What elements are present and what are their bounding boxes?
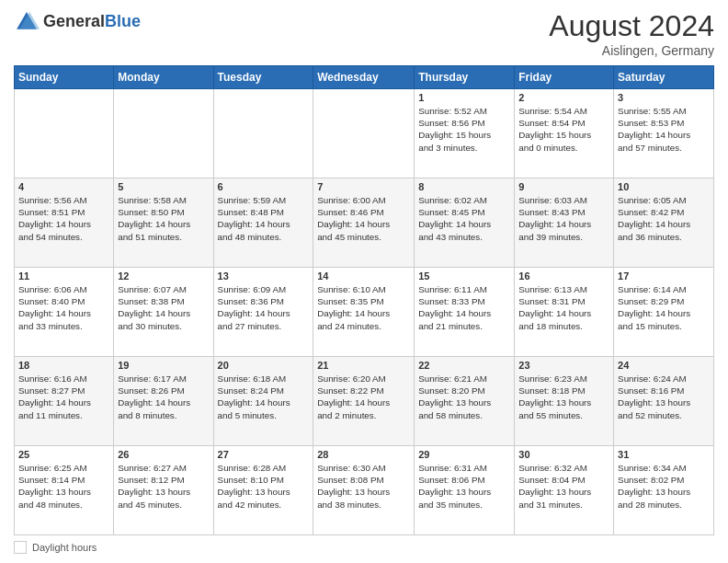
calendar-cell: 8Sunrise: 6:02 AM Sunset: 8:45 PM Daylig… xyxy=(415,178,515,268)
day-info: Sunrise: 6:16 AM Sunset: 8:27 PM Dayligh… xyxy=(18,373,109,421)
day-number: 1 xyxy=(418,92,510,103)
day-number: 31 xyxy=(618,449,710,460)
calendar-cell: 30Sunrise: 6:32 AM Sunset: 8:04 PM Dayli… xyxy=(515,446,614,535)
calendar-cell: 4Sunrise: 5:56 AM Sunset: 8:51 PM Daylig… xyxy=(15,178,114,268)
day-info: Sunrise: 6:32 AM Sunset: 8:04 PM Dayligh… xyxy=(518,462,609,511)
calendar-cell xyxy=(313,89,415,178)
calendar-cell: 28Sunrise: 6:30 AM Sunset: 8:08 PM Dayli… xyxy=(313,446,415,535)
day-info: Sunrise: 5:56 AM Sunset: 8:51 PM Dayligh… xyxy=(18,194,109,243)
week-row-1: 1Sunrise: 5:52 AM Sunset: 8:56 PM Daylig… xyxy=(15,89,714,178)
day-number: 28 xyxy=(317,449,410,460)
day-info: Sunrise: 6:21 AM Sunset: 8:20 PM Dayligh… xyxy=(418,373,510,421)
day-info: Sunrise: 6:27 AM Sunset: 8:12 PM Dayligh… xyxy=(118,462,209,511)
day-number: 27 xyxy=(218,449,310,460)
day-number: 5 xyxy=(118,181,209,192)
day-info: Sunrise: 6:05 AM Sunset: 8:42 PM Dayligh… xyxy=(618,194,710,243)
day-number: 24 xyxy=(618,360,710,371)
day-number: 18 xyxy=(18,360,109,371)
day-number: 9 xyxy=(518,181,609,192)
calendar-cell: 29Sunrise: 6:31 AM Sunset: 8:06 PM Dayli… xyxy=(415,446,515,535)
day-number: 6 xyxy=(218,181,310,192)
calendar-cell: 9Sunrise: 6:03 AM Sunset: 8:43 PM Daylig… xyxy=(515,178,614,268)
day-number: 20 xyxy=(218,360,310,371)
day-number: 19 xyxy=(118,360,209,371)
day-info: Sunrise: 6:09 AM Sunset: 8:36 PM Dayligh… xyxy=(218,283,310,332)
calendar-cell xyxy=(114,89,213,178)
logo-icon xyxy=(14,9,40,35)
day-number: 10 xyxy=(618,181,710,192)
week-row-5: 25Sunrise: 6:25 AM Sunset: 8:14 PM Dayli… xyxy=(15,446,714,535)
calendar-cell: 13Sunrise: 6:09 AM Sunset: 8:36 PM Dayli… xyxy=(213,268,313,357)
col-tuesday: Tuesday xyxy=(213,66,313,89)
col-monday: Monday xyxy=(114,66,213,89)
day-info: Sunrise: 6:18 AM Sunset: 8:24 PM Dayligh… xyxy=(218,373,310,421)
day-info: Sunrise: 6:34 AM Sunset: 8:02 PM Dayligh… xyxy=(618,462,710,511)
footer: Daylight hours xyxy=(14,541,714,554)
day-info: Sunrise: 5:59 AM Sunset: 8:48 PM Dayligh… xyxy=(218,194,310,243)
day-number: 14 xyxy=(317,270,410,282)
calendar-cell xyxy=(15,89,114,178)
calendar-cell: 26Sunrise: 6:27 AM Sunset: 8:12 PM Dayli… xyxy=(114,446,213,535)
logo-text: GeneralBlue xyxy=(43,13,141,31)
day-info: Sunrise: 6:20 AM Sunset: 8:22 PM Dayligh… xyxy=(317,373,410,421)
month-year: August 2024 xyxy=(549,9,714,43)
calendar-cell: 25Sunrise: 6:25 AM Sunset: 8:14 PM Dayli… xyxy=(15,446,114,535)
day-info: Sunrise: 5:55 AM Sunset: 8:53 PM Dayligh… xyxy=(618,105,710,154)
calendar-cell: 17Sunrise: 6:14 AM Sunset: 8:29 PM Dayli… xyxy=(614,268,714,357)
day-number: 4 xyxy=(18,181,109,192)
calendar-cell: 14Sunrise: 6:10 AM Sunset: 8:35 PM Dayli… xyxy=(313,268,415,357)
calendar-cell: 31Sunrise: 6:34 AM Sunset: 8:02 PM Dayli… xyxy=(614,446,714,535)
day-info: Sunrise: 6:14 AM Sunset: 8:29 PM Dayligh… xyxy=(618,283,710,332)
day-info: Sunrise: 6:00 AM Sunset: 8:46 PM Dayligh… xyxy=(317,194,410,243)
day-number: 16 xyxy=(518,270,609,282)
calendar-table: Sunday Monday Tuesday Wednesday Thursday… xyxy=(14,65,714,535)
day-number: 29 xyxy=(418,449,510,460)
calendar-cell: 24Sunrise: 6:24 AM Sunset: 8:16 PM Dayli… xyxy=(614,357,714,446)
calendar-cell: 7Sunrise: 6:00 AM Sunset: 8:46 PM Daylig… xyxy=(313,178,415,268)
day-info: Sunrise: 6:30 AM Sunset: 8:08 PM Dayligh… xyxy=(317,462,410,511)
day-number: 23 xyxy=(518,360,609,371)
day-info: Sunrise: 6:28 AM Sunset: 8:10 PM Dayligh… xyxy=(218,462,310,511)
day-info: Sunrise: 6:11 AM Sunset: 8:33 PM Dayligh… xyxy=(418,283,510,332)
page: GeneralBlue August 2024 Aislingen, Germa… xyxy=(0,0,728,563)
calendar-cell: 18Sunrise: 6:16 AM Sunset: 8:27 PM Dayli… xyxy=(15,357,114,446)
day-info: Sunrise: 6:03 AM Sunset: 8:43 PM Dayligh… xyxy=(518,194,609,243)
col-wednesday: Wednesday xyxy=(313,66,415,89)
day-number: 12 xyxy=(118,270,209,282)
header: GeneralBlue August 2024 Aislingen, Germa… xyxy=(14,9,714,58)
col-friday: Friday xyxy=(515,66,614,89)
calendar-cell: 19Sunrise: 6:17 AM Sunset: 8:26 PM Dayli… xyxy=(114,357,213,446)
calendar-cell: 20Sunrise: 6:18 AM Sunset: 8:24 PM Dayli… xyxy=(213,357,313,446)
day-number: 15 xyxy=(418,270,510,282)
day-number: 21 xyxy=(317,360,410,371)
day-info: Sunrise: 6:13 AM Sunset: 8:31 PM Dayligh… xyxy=(518,283,609,332)
day-number: 17 xyxy=(618,270,710,282)
day-info: Sunrise: 6:31 AM Sunset: 8:06 PM Dayligh… xyxy=(418,462,510,511)
calendar-cell: 23Sunrise: 6:23 AM Sunset: 8:18 PM Dayli… xyxy=(515,357,614,446)
day-number: 26 xyxy=(118,449,209,460)
calendar-cell xyxy=(213,89,313,178)
calendar-cell: 1Sunrise: 5:52 AM Sunset: 8:56 PM Daylig… xyxy=(415,89,515,178)
day-info: Sunrise: 6:24 AM Sunset: 8:16 PM Dayligh… xyxy=(618,373,710,421)
day-info: Sunrise: 6:25 AM Sunset: 8:14 PM Dayligh… xyxy=(18,462,109,511)
calendar-cell: 15Sunrise: 6:11 AM Sunset: 8:33 PM Dayli… xyxy=(415,268,515,357)
week-row-2: 4Sunrise: 5:56 AM Sunset: 8:51 PM Daylig… xyxy=(15,178,714,268)
daylight-label: Daylight hours xyxy=(32,542,97,553)
daylight-box xyxy=(14,541,27,554)
day-info: Sunrise: 6:07 AM Sunset: 8:38 PM Dayligh… xyxy=(118,283,209,332)
calendar-cell: 6Sunrise: 5:59 AM Sunset: 8:48 PM Daylig… xyxy=(213,178,313,268)
day-info: Sunrise: 5:52 AM Sunset: 8:56 PM Dayligh… xyxy=(418,105,510,154)
day-info: Sunrise: 6:17 AM Sunset: 8:26 PM Dayligh… xyxy=(118,373,209,421)
day-number: 3 xyxy=(618,92,710,103)
calendar-cell: 21Sunrise: 6:20 AM Sunset: 8:22 PM Dayli… xyxy=(313,357,415,446)
day-number: 22 xyxy=(418,360,510,371)
calendar-cell: 10Sunrise: 6:05 AM Sunset: 8:42 PM Dayli… xyxy=(614,178,714,268)
day-info: Sunrise: 6:06 AM Sunset: 8:40 PM Dayligh… xyxy=(18,283,109,332)
day-info: Sunrise: 6:10 AM Sunset: 8:35 PM Dayligh… xyxy=(317,283,410,332)
calendar-cell: 2Sunrise: 5:54 AM Sunset: 8:54 PM Daylig… xyxy=(515,89,614,178)
day-info: Sunrise: 6:23 AM Sunset: 8:18 PM Dayligh… xyxy=(518,373,609,421)
calendar-cell: 11Sunrise: 6:06 AM Sunset: 8:40 PM Dayli… xyxy=(15,268,114,357)
calendar-cell: 22Sunrise: 6:21 AM Sunset: 8:20 PM Dayli… xyxy=(415,357,515,446)
calendar-cell: 16Sunrise: 6:13 AM Sunset: 8:31 PM Dayli… xyxy=(515,268,614,357)
day-number: 2 xyxy=(518,92,609,103)
